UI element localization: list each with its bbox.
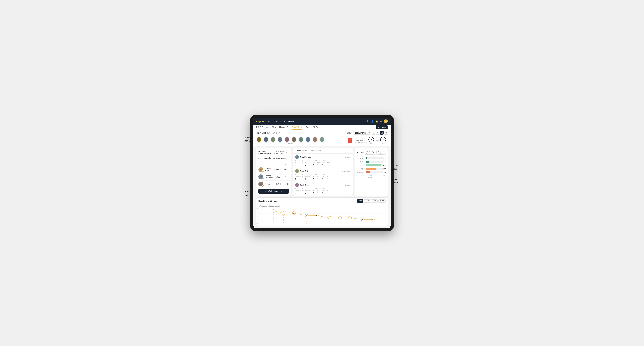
- bar-row-pars: Pars 499: [356, 164, 386, 166]
- sub-nav: PGAT Players PGA Hcaps 1-5 Team Clippd T…: [254, 125, 390, 130]
- settings-icon[interactable]: ⚙: [380, 120, 382, 123]
- lb-badge-gold: 1: [262, 170, 264, 173]
- lb-score-3: 17/20: [275, 183, 282, 185]
- player-avatar-8[interactable]: MK: [305, 137, 311, 142]
- nav-home[interactable]: Home: [268, 120, 272, 122]
- lb-row-1[interactable]: RB 1 Richard Butler 19/20 110: [256, 166, 291, 173]
- player-avatar-6[interactable]: TP: [291, 137, 297, 142]
- practice-stat-3: Practice 2: [305, 190, 310, 194]
- tournament-val-3: 7: [295, 191, 302, 194]
- leaderboard-drill-dropdown[interactable]: PUTT Must Make Putting ... ▾: [272, 150, 289, 155]
- nav-icons: 🔍 👤 🔔 ⚙ A: [366, 119, 388, 123]
- sub-nav-tour[interactable]: Tour: [306, 125, 310, 130]
- sub-nav-pgat[interactable]: PGAT Players: [256, 125, 268, 130]
- edit-team-icon[interactable]: ✏: [279, 132, 280, 134]
- person-icon[interactable]: 👤: [371, 120, 374, 123]
- player-avatar-7[interactable]: AS: [298, 137, 304, 142]
- leaderboard-card-header: Practice Leaderboards PUTT Must Make Put…: [256, 148, 291, 156]
- bar-fill-dbogeys: [366, 171, 370, 173]
- lb-name-3: Cameron...: [265, 183, 273, 185]
- scoring-bars: Eagles 3 Birdies 96: [355, 156, 388, 180]
- arg-stat-3: ARG 0: [322, 190, 324, 194]
- dist-dash: —: [376, 139, 378, 142]
- add-team-button[interactable]: Add Team: [376, 126, 388, 129]
- player-avatar-3[interactable]: CM: [270, 137, 276, 142]
- lb-row-3[interactable]: CM 3 Cameron... 17/20 103: [256, 180, 291, 187]
- tablet-frame: clippd Home Teams My Performance 🔍 👤 🔔 ⚙…: [250, 115, 394, 231]
- dist-circle-2: 0: [380, 137, 386, 142]
- nav-my-performance[interactable]: My Performance: [284, 120, 298, 122]
- nav-links: Home Teams My Performance: [268, 120, 363, 122]
- players-filter-dropdown[interactable]: All Players ▾: [376, 150, 386, 155]
- grid-view-icon[interactable]: ⊞: [372, 131, 375, 135]
- filter-btn-app[interactable]: APP: [364, 199, 370, 202]
- practice-val-3: 2: [305, 191, 310, 194]
- tab-most-active[interactable]: Most Active: [295, 148, 309, 154]
- streaks-title: Best Round Streaks: [258, 200, 277, 202]
- player-avatar-10[interactable]: WL: [319, 137, 325, 142]
- sub-nav-all-players[interactable]: All Players: [313, 125, 322, 130]
- avatar[interactable]: A: [384, 119, 388, 123]
- filter-btn-putt[interactable]: PUTT: [378, 199, 386, 202]
- bar-fill-bogeys: [366, 168, 376, 170]
- shot-card: 198SQ Shot Dist: 16 yds Start Lie: Rough…: [346, 136, 388, 145]
- bar-row-birdies: Birdies 96: [356, 161, 386, 163]
- activity-stats-3: Total Rounds Tournament 7 Practice 2: [295, 188, 350, 194]
- shot-badge: 198SQ: [348, 138, 352, 143]
- bar-container-dbogeys: [366, 171, 382, 173]
- bar-val-dbogeys: 131: [383, 172, 386, 173]
- putt-stat-3: PUTT 1: [326, 190, 330, 194]
- page-container: Select a practice drill and see the lead…: [243, 115, 401, 231]
- tab-least-active[interactable]: Least Active: [309, 148, 323, 154]
- dot-label-3: 6x: [293, 213, 295, 214]
- nav-teams[interactable]: Teams: [276, 120, 281, 122]
- search-icon[interactable]: 🔍: [366, 120, 369, 123]
- streaks-chart-area: 8 6 4: [256, 208, 388, 226]
- player-avatar-5[interactable]: PH: [284, 137, 290, 142]
- app-val-2: 0: [317, 177, 320, 180]
- bell-icon[interactable]: 🔔: [376, 120, 378, 123]
- activity-row-2: Rees Britt 02 Sep 2023 Total Rounds Tour…: [293, 168, 352, 181]
- par-filter-dropdown[interactable]: Par 3, 4 & 5s ▾: [365, 150, 376, 155]
- dot-label-4: 5x: [306, 215, 307, 216]
- scoring-header: Scoring Par 3, 4 & 5s ▾ All Players ▾: [355, 148, 388, 156]
- leaderboard-subtitle: PUTT Must Make Putting (3-6 ft), Last 3 …: [256, 156, 291, 162]
- app-val-3: 0: [317, 191, 320, 194]
- ott-val-1: 0: [312, 164, 315, 166]
- bar-fill-pars: [366, 164, 382, 166]
- player-avatar-4[interactable]: JC: [277, 137, 283, 142]
- lb-name-2: Edward Crossman: [265, 175, 273, 179]
- player-avatar-9[interactable]: GF: [312, 137, 318, 142]
- bar-container-pars: [366, 164, 382, 166]
- streaks-svg: 7x 6x 6x 5x 5x 4x: [258, 208, 386, 224]
- practice-stat-2: Practice 4: [305, 176, 310, 180]
- card-view-icon[interactable]: ◫: [380, 131, 384, 135]
- lb-badge-silver: 2: [262, 177, 264, 180]
- player-avatar-1[interactable]: RB: [256, 137, 262, 142]
- arg-val-2: 0: [322, 177, 324, 180]
- sub-nav-hcaps[interactable]: Hcaps 1-5: [279, 125, 288, 130]
- player-avatar-2[interactable]: EC: [263, 137, 269, 142]
- table-view-icon[interactable]: ⊟: [384, 131, 388, 135]
- players-row: RB EC CM JC PH TP AS MK GF WL: [256, 137, 325, 142]
- sub-nav-team-clippd[interactable]: Team Clippd: [292, 125, 302, 130]
- y-axis-labels: 8 6 4: [257, 208, 258, 224]
- axis-200: 200: [369, 175, 372, 176]
- bar-label-bogeys: Bogeys: [356, 168, 365, 170]
- bar-label-pars: Pars: [356, 165, 365, 166]
- shot-info: Shot Dist: 16 yds Start Lie: Rough End L…: [354, 137, 366, 144]
- show-select[interactable]: Last 3 months Last 6 months Last year: [353, 131, 370, 135]
- tablet-screen: clippd Home Teams My Performance 🔍 👤 🔔 ⚙…: [254, 118, 390, 228]
- activity-stats-1: Total Rounds Tournament 7 Practice 6: [295, 160, 350, 166]
- activity-player-1: Blair McHarg: [295, 155, 311, 159]
- list-view-icon[interactable]: ≡: [376, 131, 380, 135]
- putt-val-3: 1: [326, 191, 330, 194]
- filter-btn-ott[interactable]: OTT: [357, 199, 363, 202]
- filter-btn-arg[interactable]: ARG: [371, 199, 378, 202]
- total-rounds-group-3: Total Rounds Tournament 7 Practice 2: [295, 188, 310, 194]
- sub-nav-pga[interactable]: PGA: [272, 125, 276, 130]
- putt-stat-2: PUTT 0: [326, 176, 330, 180]
- lb-col-avg: PB AVG SQ: [282, 162, 289, 165]
- lb-row-2[interactable]: EC 2 Edward Crossman 18/20 107: [256, 173, 291, 180]
- view-full-leaderboard-button[interactable]: View Full Leaderboard: [258, 189, 289, 194]
